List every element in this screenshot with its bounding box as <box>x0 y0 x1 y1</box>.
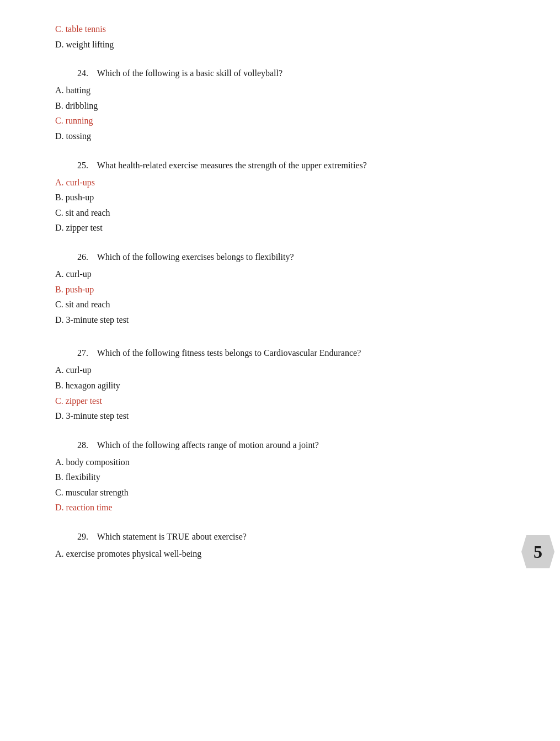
question-24: 24. Which of the following is a basic sk… <box>55 67 516 143</box>
option-28-a: A. body composition <box>55 455 516 470</box>
page-number-badge: 5 <box>521 535 554 568</box>
option-27-d: D. 3-minute step test <box>55 409 516 423</box>
question-29-text: 29. Which statement is TRUE about exerci… <box>77 530 516 543</box>
option-25-b: B. push-up <box>55 190 516 205</box>
option-28-c: C. muscular strength <box>55 486 516 500</box>
option-27-c: C. zipper test <box>55 394 516 408</box>
question-27-text: 27. Which of the following fitness tests… <box>77 346 516 360</box>
question-28: 28. Which of the following affects range… <box>55 439 516 515</box>
option-28-d: D. reaction time <box>55 500 516 515</box>
option-25-c: C. sit and reach <box>55 206 516 220</box>
option-25-d: D. zipper test <box>55 221 516 235</box>
question-25: 25. What health-related exercise measure… <box>55 159 516 235</box>
question-24-text: 24. Which of the following is a basic sk… <box>77 67 516 80</box>
option-26-c: C. sit and reach <box>55 297 516 312</box>
option-24-b: B. dribbling <box>55 99 516 113</box>
option-25-a: A. curl-ups <box>55 175 516 190</box>
option-24-c: C. running <box>55 114 516 128</box>
option-26-b: B. push-up <box>55 282 516 297</box>
option-26-d: D. 3-minute step test <box>55 313 516 327</box>
page-number: 5 <box>534 542 542 562</box>
partial-previous-question: C. table tennis D. weight lifting <box>55 22 516 51</box>
question-29: 29. Which statement is TRUE about exerci… <box>55 530 516 561</box>
option-29-a: A. exercise promotes physical well-being <box>55 547 516 561</box>
option-26-a: A. curl-up <box>55 267 516 281</box>
question-26: 26. Which of the following exercises bel… <box>55 250 516 327</box>
option-24-d: D. tossing <box>55 129 516 143</box>
option-label: C. table tennis <box>55 24 106 34</box>
question-28-text: 28. Which of the following affects range… <box>77 439 516 452</box>
option-d-weight-lifting: D. weight lifting <box>55 38 516 52</box>
option-c-table-tennis: C. table tennis <box>55 22 516 36</box>
option-27-b: B. hexagon agility <box>55 379 516 393</box>
question-26-text: 26. Which of the following exercises bel… <box>77 250 516 264</box>
option-28-b: B. flexibility <box>55 470 516 484</box>
option-label: D. weight lifting <box>55 40 114 49</box>
question-27: 27. Which of the following fitness tests… <box>55 346 516 423</box>
question-25-text: 25. What health-related exercise measure… <box>77 159 516 172</box>
option-27-a: A. curl-up <box>55 363 516 377</box>
option-24-a: A. batting <box>55 83 516 98</box>
